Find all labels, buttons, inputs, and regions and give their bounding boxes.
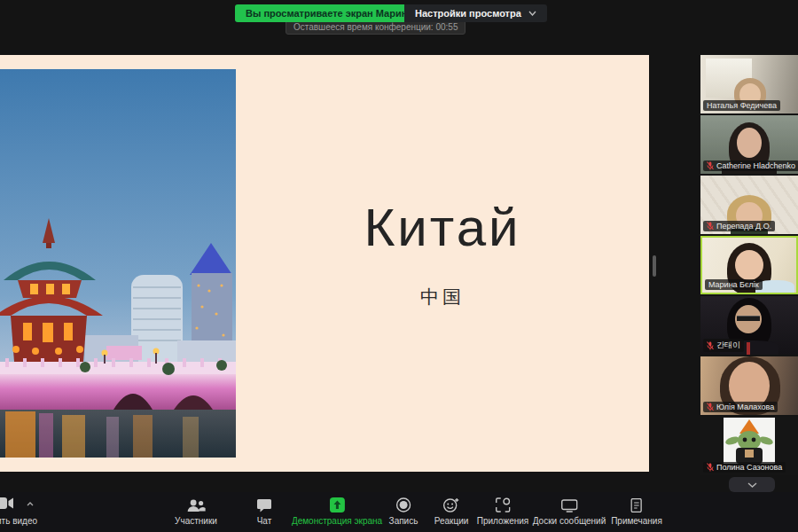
participant-name-chip: Перепада Д.О. [703,221,775,231]
view-settings-button[interactable]: Настройки просмотра [404,4,547,22]
participant-name-chip: Марина Бєлік [705,279,763,290]
participant-name-chip: Юлія Малахова [703,402,778,412]
view-settings-label: Настройки просмотра [415,8,521,19]
muted-mic-icon [707,161,714,170]
participants-button[interactable]: Участники [175,497,217,526]
record-button[interactable]: Запись [389,497,419,526]
collapse-thumbnails-button[interactable] [729,477,775,492]
video-camera-icon [0,497,13,510]
participant-tile-6[interactable]: Юлія Малахова [700,356,798,415]
participant-tile-1[interactable]: Наталья Федичева [700,55,798,113]
whiteboards-label: Доски сообщений [533,516,606,526]
slide-subtitle: 中国 [420,285,465,309]
video-options-chevron[interactable] [27,502,34,506]
apps-icon [495,497,510,512]
chat-label: Чат [257,516,272,526]
muted-mic-icon [707,463,714,472]
participant-tile-4-active-speaker[interactable]: Марина Бєлік [700,236,798,294]
participant-name-chip: 간태이 [703,339,744,352]
participants-label: Участники [175,516,217,526]
participant-tile-2[interactable]: Catherine Hladchenko [700,115,798,174]
record-label: Запись [389,516,419,526]
share-screen-button[interactable]: Демонстрация экрана [292,497,382,526]
participant-tile-3[interactable]: Перепада Д.О. [700,176,798,234]
shared-presentation-slide: Китай 中国 [0,55,649,472]
video-label: ить видео [0,516,37,526]
whiteboard-icon [561,499,578,512]
meeting-toolbar: ить видео Участники 21 Чат Демонстрация … [0,492,798,532]
reactions-label: Реакции [434,516,469,526]
video-button[interactable]: ить видео [0,497,37,526]
chevron-down-icon [528,11,536,16]
participant-tile-7[interactable]: Полина Сазонова [700,417,798,475]
china-night-city-photo [0,69,236,458]
participant-name-chip: Наталья Федичева [703,100,780,111]
participant-name-chip: Catherine Hladchenko [703,160,798,171]
notes-icon [630,498,642,512]
notes-label: Примечания [611,516,662,526]
muted-mic-icon [707,341,714,350]
participants-icon [186,499,206,512]
apps-button[interactable]: Приложения [477,497,529,526]
reactions-button[interactable]: Реакции [434,497,469,526]
share-area-scrollbar[interactable] [653,255,656,277]
notes-button[interactable]: Примечания [611,497,662,526]
grogu-avatar-icon [724,418,775,464]
share-screen-icon [330,497,345,512]
apps-label: Приложения [477,516,529,526]
muted-mic-icon [707,403,714,411]
chat-button[interactable]: Чат [257,497,272,526]
whiteboards-button[interactable]: Доски сообщений [533,497,606,526]
share-screen-label: Демонстрация экрана [292,516,382,526]
chevron-down-icon [747,482,757,488]
record-icon [396,497,411,512]
slide-title: Китай [364,197,520,258]
participant-tile-5[interactable]: 간태이 [700,296,798,355]
muted-mic-icon [707,222,714,231]
reactions-smiley-icon [442,497,459,512]
participant-name-chip: Полина Сазонова [703,462,786,473]
chat-icon [257,498,272,512]
